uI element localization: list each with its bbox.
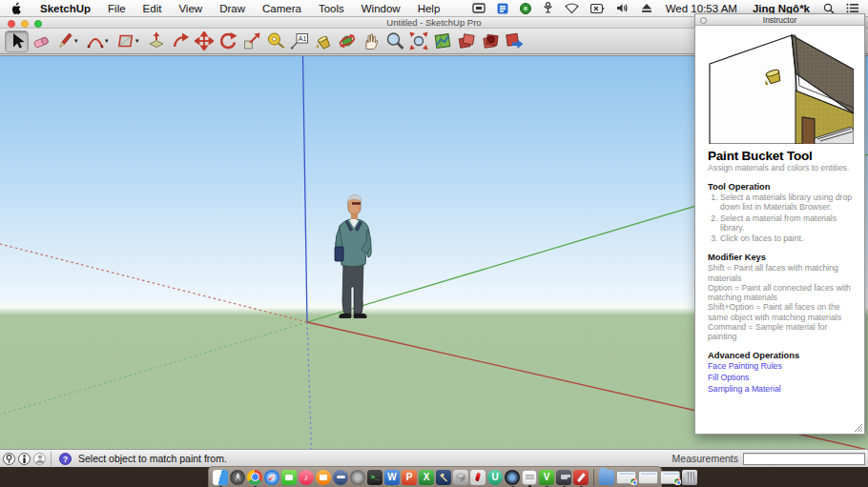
menu-edit[interactable]: Edit: [134, 0, 171, 17]
link-face-painting-rules[interactable]: Face Painting Rules: [708, 361, 854, 373]
link-fill-options[interactable]: Fill Options: [708, 373, 854, 384]
dock-icon-chrome[interactable]: [247, 470, 262, 485]
menu-file[interactable]: File: [99, 0, 134, 17]
zoom-tool-button[interactable]: [382, 30, 406, 52]
help-button[interactable]: ?: [59, 453, 72, 465]
dock-icon-utorrent[interactable]: U: [487, 470, 503, 485]
sign-in-button[interactable]: [33, 453, 46, 465]
menu-view[interactable]: View: [170, 0, 211, 17]
get-models-icon: [457, 31, 476, 51]
link-sampling-a-material[interactable]: Sampling a Material: [708, 384, 854, 396]
dock-icon-launchpad[interactable]: [230, 470, 245, 485]
dock-icon-powerpoint[interactable]: P: [402, 470, 417, 485]
arc-tool-dropdown[interactable]: ▾: [105, 37, 113, 45]
share-model-tool-button[interactable]: [502, 30, 526, 52]
move-tool-button[interactable]: [192, 30, 216, 52]
menu-user[interactable]: Jing Ngô*k: [745, 3, 817, 14]
measurements-input[interactable]: [743, 453, 865, 465]
arc-icon: [86, 31, 105, 51]
extension-warehouse-tool-button[interactable]: [478, 30, 502, 52]
dock-icon-trash[interactable]: [682, 470, 697, 485]
window-thumb-titlebar: [619, 473, 634, 475]
modifier-key-line: Option = Paint all connected faces with …: [708, 283, 854, 303]
dock-icon-facetime[interactable]: [281, 470, 297, 485]
dock-icon-downloads-folder[interactable]: [599, 470, 614, 485]
eraser-tool-button[interactable]: [29, 30, 52, 52]
menu-help[interactable]: Help: [409, 0, 449, 17]
display-mirroring-icon[interactable]: [466, 0, 491, 17]
dock-icon-excel[interactable]: X: [419, 470, 434, 485]
push-pull-tool-button[interactable]: [144, 30, 168, 52]
dock-icon-terminal[interactable]: >_: [367, 470, 382, 485]
dictation-icon[interactable]: [537, 0, 559, 17]
window-thumb-titlebar: [641, 473, 656, 475]
dock-icon-ibooks[interactable]: [316, 470, 331, 485]
volume-icon[interactable]: [610, 0, 635, 17]
input-source-icon[interactable]: [585, 0, 610, 17]
geolocation-button[interactable]: [3, 453, 15, 465]
scale-tool-button[interactable]: [239, 30, 263, 52]
rectangle-tool-button[interactable]: [114, 30, 137, 52]
apple-menu[interactable]: [0, 2, 31, 14]
menu-draw[interactable]: Draw: [211, 0, 254, 17]
zoom-extents-tool-button[interactable]: [406, 30, 430, 52]
dock-icon-safari[interactable]: [264, 470, 279, 485]
geolocation-icon: [5, 455, 13, 463]
pan-tool-button[interactable]: [359, 30, 382, 52]
paint-bucket-tool-button[interactable]: [311, 30, 335, 52]
dock-icon-sketchup[interactable]: [573, 470, 589, 485]
magnifier-icon: [385, 31, 404, 51]
share-model-icon: [505, 31, 524, 51]
arc-tool-button[interactable]: [83, 30, 107, 52]
green-status-icon[interactable]: [514, 0, 537, 17]
menu-tools[interactable]: Tools: [310, 0, 353, 17]
dock-icon-movie-capture[interactable]: [556, 470, 571, 485]
dock-icon-xcode[interactable]: [436, 470, 451, 485]
line-tool-button[interactable]: [52, 30, 76, 52]
dock-icon-gray-app[interactable]: [350, 470, 365, 485]
excel-glyph: X: [424, 472, 430, 482]
resize-grip[interactable]: [853, 422, 862, 432]
dock-icon-textedit[interactable]: [522, 470, 537, 485]
dock-minimized-window[interactable]: [616, 471, 636, 484]
dock-icon-style-builder[interactable]: [453, 470, 468, 485]
status-divider: [51, 452, 52, 466]
dock-minimized-window[interactable]: [660, 471, 680, 484]
menu-camera[interactable]: Camera: [254, 0, 310, 17]
tape-measure-tool-button[interactable]: [263, 30, 287, 52]
desktop: SketchUp File Edit View Draw Camera Tool…: [0, 0, 868, 487]
dock-icon-blue-app[interactable]: [333, 470, 348, 485]
dock: ♪ >_ W P X U V: [208, 466, 662, 487]
dock-icon-v-app[interactable]: V: [539, 470, 554, 485]
eject-icon[interactable]: [635, 0, 658, 17]
select-tool-button[interactable]: [5, 30, 29, 52]
menu-sketchup[interactable]: SketchUp: [31, 0, 99, 17]
rectangle-tool-dropdown[interactable]: ▾: [135, 37, 143, 45]
claim-credit-button[interactable]: [18, 453, 31, 465]
dimension-text-tool-button[interactable]: A1: [287, 30, 311, 52]
move-icon: [195, 31, 214, 51]
dock-divider: [593, 469, 594, 486]
follow-me-tool-button[interactable]: [168, 30, 192, 52]
dock-icon-itunes[interactable]: ♪: [299, 470, 314, 485]
dock-minimized-window[interactable]: [638, 471, 658, 484]
model-figure-person[interactable]: [324, 193, 382, 323]
menu-window[interactable]: Window: [353, 0, 409, 17]
dock-icon-finder[interactable]: [213, 470, 228, 485]
dock-icon-word[interactable]: W: [384, 470, 400, 485]
rotate-tool-button[interactable]: [216, 30, 239, 52]
instructor-close-button[interactable]: [700, 17, 707, 24]
wifi-icon[interactable]: [559, 0, 585, 17]
rocket-icon: [234, 473, 242, 481]
user-icon: [35, 455, 45, 463]
get-models-tool-button[interactable]: [454, 30, 478, 52]
dock-icon-torch[interactable]: [470, 470, 486, 485]
keyboard-layout-icon[interactable]: [491, 0, 514, 17]
dock-icon-camera-lens[interactable]: [505, 470, 520, 485]
instructor-titlebar[interactable]: Instructor: [695, 14, 864, 26]
menu-clock[interactable]: Wed 10:53 AM: [658, 3, 745, 14]
line-tool-dropdown[interactable]: ▾: [74, 37, 82, 45]
orbit-tool-button[interactable]: [335, 30, 359, 52]
rectangle-icon: [116, 31, 135, 51]
add-location-tool-button[interactable]: [430, 30, 454, 52]
